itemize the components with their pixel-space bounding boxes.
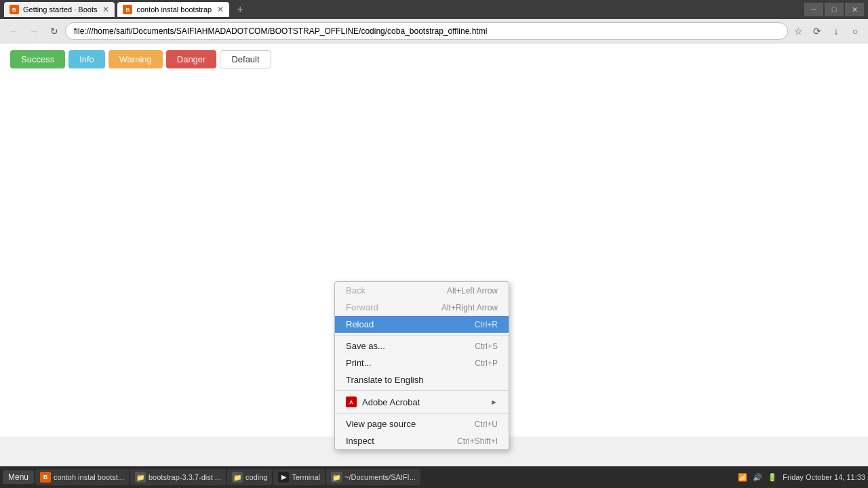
minimize-button[interactable]: ─ [804,3,823,16]
context-menu-translate[interactable]: Translate to English [335,371,509,388]
tab-label-1: Getting started · Boots [23,5,97,14]
cm-adobe-arrow: ► [490,398,498,406]
cm-forward-shortcut: Alt+Right Arrow [441,303,498,312]
window-controls: ─ □ ✕ [804,3,864,16]
context-menu-inspect[interactable]: Inspect Ctrl+Shift+I [335,432,509,449]
tab-contoh-instal[interactable]: B contoh instal bootstrap ✕ [117,2,229,17]
title-bar: B Getting started · Boots ✕ B contoh ins… [0,0,868,19]
maximize-button[interactable]: □ [825,3,844,16]
cm-inspect-label: Inspect [346,436,374,446]
tray-volume-icon: 🔊 [751,471,764,483]
taskbar-firefox-icon: B [40,472,51,483]
forward-button[interactable]: → [24,22,43,41]
cm-reload-shortcut: Ctrl+R [475,320,498,329]
cm-forward-label: Forward [346,302,378,312]
default-button[interactable]: Default [220,50,271,68]
cm-reload-label: Reload [346,319,374,329]
taskbar-app-coding[interactable]: 📁 coding [227,469,272,485]
taskbar-app-terminal-label: Terminal [292,473,320,481]
tray-icons: 📶 🔊 🔋 [736,471,778,483]
button-row: Success Info Warning Danger Default [10,50,858,68]
nav-extra-1[interactable]: ⟳ [808,22,826,40]
cm-separator-2 [335,390,509,391]
close-button[interactable]: ✕ [845,3,864,16]
new-tab-button[interactable]: + [232,2,248,17]
tab-favicon-1: B [9,5,19,14]
taskbar-app-firefox[interactable]: B contoh instal bootst... [35,469,129,485]
danger-button[interactable]: Danger [166,50,217,68]
context-menu-back[interactable]: Back Alt+Left Arrow [335,282,509,299]
nav-extra-3[interactable]: ○ [846,22,864,40]
taskbar-app-bootstrap-label: bootstrap-3.3.7-dist ... [149,473,221,481]
taskbar-app-terminal[interactable]: ▶ Terminal [273,469,325,485]
back-button[interactable]: ← [4,22,23,41]
taskbar: Menu B contoh instal bootst... 📁 bootstr… [0,466,868,488]
taskbar-clock: Friday October 14, 11:33 [783,473,865,481]
nav-bar: ← → ↻ ☆ ⟳ ↓ ○ [0,19,868,43]
adobe-icon: A [346,396,357,407]
warning-button[interactable]: Warning [108,50,163,68]
cm-saveas-shortcut: Ctrl+S [475,342,498,351]
cm-viewsource-shortcut: Ctrl+U [475,420,498,429]
tray-battery-icon: 🔋 [766,471,778,483]
nav-right-buttons: ☆ ⟳ ↓ ○ [789,22,864,40]
cm-saveas-label: Save as... [346,341,385,351]
address-bar[interactable] [65,22,788,40]
taskbar-coding-icon: 📁 [232,472,243,483]
taskbar-docs-icon: 📁 [331,472,342,483]
reload-button[interactable]: ↻ [45,22,64,41]
taskbar-app-docs[interactable]: 📁 ~/Documents/SAIFI... [326,469,420,485]
cm-print-shortcut: Ctrl+P [475,359,498,368]
context-menu-forward[interactable]: Forward Alt+Right Arrow [335,299,509,316]
cm-separator-1 [335,335,509,336]
context-menu-reload[interactable]: Reload Ctrl+R [335,316,509,333]
context-menu-adobe[interactable]: A Adobe Acrobat ► [335,393,509,411]
info-button[interactable]: Info [68,50,105,68]
bookmark-button[interactable]: ☆ [789,22,807,40]
tab-label-2: contoh instal bootstrap [136,5,212,14]
cm-adobe-label: Adobe Acrobat [362,397,420,407]
taskbar-menu-button[interactable]: Menu [3,470,34,484]
taskbar-bootstrap-icon: 📁 [135,472,146,483]
taskbar-app-firefox-label: contoh instal bootst... [54,473,124,481]
cm-back-label: Back [346,285,366,296]
taskbar-app-coding-label: coding [245,473,267,481]
taskbar-app-docs-label: ~/Documents/SAIFI... [344,473,416,481]
context-menu: Back Alt+Left Arrow Forward Alt+Right Ar… [334,281,509,450]
nav-extra-2[interactable]: ↓ [827,22,845,40]
cm-separator-3 [335,413,509,413]
cm-viewsource-label: View page source [346,419,416,429]
cm-translate-label: Translate to English [346,375,423,385]
taskbar-terminal-icon: ▶ [278,472,289,483]
context-menu-save-as[interactable]: Save as... Ctrl+S [335,338,509,354]
context-menu-print[interactable]: Print... Ctrl+P [335,354,509,371]
context-menu-view-source[interactable]: View page source Ctrl+U [335,415,509,432]
tray-network-icon: 📶 [736,471,749,483]
cm-back-shortcut: Alt+Left Arrow [447,286,498,296]
tab-close-1[interactable]: ✕ [102,5,109,14]
tab-getting-started[interactable]: B Getting started · Boots ✕ [4,2,115,17]
cm-print-label: Print... [346,358,372,368]
cm-adobe-with-icon: A Adobe Acrobat [346,396,420,407]
tab-close-2[interactable]: ✕ [217,5,224,14]
tab-favicon-2: B [123,5,132,14]
taskbar-right: 📶 🔊 🔋 Friday October 14, 11:33 [736,471,865,483]
success-button[interactable]: Success [10,50,65,68]
cm-inspect-shortcut: Ctrl+Shift+I [457,436,498,446]
taskbar-app-bootstrap-dist[interactable]: 📁 bootstrap-3.3.7-dist ... [130,469,226,485]
